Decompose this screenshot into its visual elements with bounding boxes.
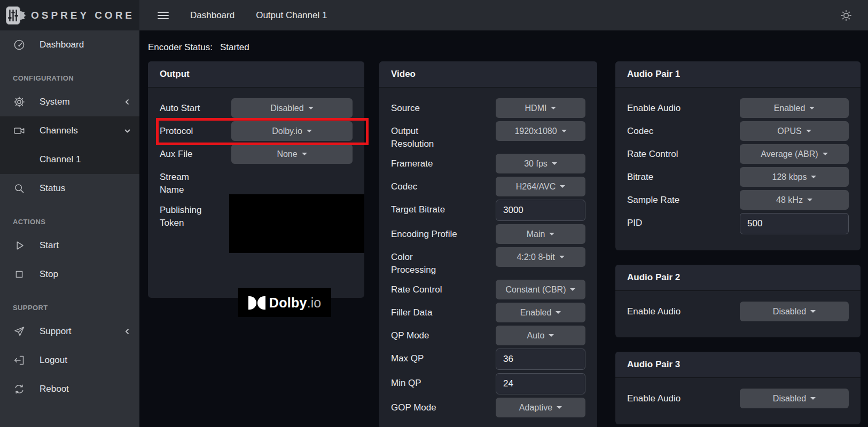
sidebar-item-channels[interactable]: Channels xyxy=(0,116,139,145)
sidebar-item-logout[interactable]: Logout xyxy=(0,346,139,375)
chevron-down-icon xyxy=(570,288,575,291)
sidebar-item-status[interactable]: Status xyxy=(0,174,139,203)
audio-bitrate-select[interactable]: 128 kbps xyxy=(740,167,849,187)
encoder-status-value: Started xyxy=(220,42,249,52)
sidebar-item-channel-1[interactable]: Channel 1 xyxy=(0,145,139,174)
field-label: GOP Mode xyxy=(391,398,496,417)
field-label: Rate Control xyxy=(627,144,740,164)
row-audio-rate-control: Rate Control Average (ABR) xyxy=(627,144,849,164)
main-content: Encoder Status:Started Output Auto Start… xyxy=(139,30,868,427)
chevron-down-icon xyxy=(308,107,314,109)
qp-mode-select[interactable]: Auto xyxy=(496,326,585,345)
enable-audio-select[interactable]: Disabled xyxy=(740,389,849,408)
card-title: Audio Pair 2 xyxy=(627,272,680,282)
row-auto-start: Auto Start Disabled xyxy=(160,98,353,118)
reboot-arrows-icon xyxy=(13,383,26,396)
enable-audio-select[interactable]: Disabled xyxy=(740,302,849,321)
sidebar-item-label: Reboot xyxy=(40,384,69,394)
select-value: OPUS xyxy=(777,126,801,136)
field-label: Enable Audio xyxy=(627,389,740,408)
field-label: Enable Audio xyxy=(627,302,740,321)
field-label: Encoding Profile xyxy=(391,224,496,244)
row-enable-audio: Enable Audio Enabled xyxy=(627,98,849,118)
sidebar-item-label: System xyxy=(40,97,70,107)
select-value: Disabled xyxy=(773,307,806,317)
codec-select[interactable]: H264/AVC xyxy=(496,177,585,196)
auto-start-select[interactable]: Disabled xyxy=(231,98,353,118)
audio-pair-2-header: Audio Pair 2 xyxy=(615,265,861,291)
video-card-header: Video xyxy=(379,61,597,88)
chevron-down-icon xyxy=(302,153,307,155)
gop-mode-select[interactable]: Adaptive xyxy=(496,398,585,417)
chevron-down-icon xyxy=(551,107,556,109)
field-label: Color Processing xyxy=(391,247,496,276)
brand: OSPREY CORE xyxy=(0,0,139,30)
row-min-qp: Min QP xyxy=(391,373,585,394)
card-title: Audio Pair 1 xyxy=(627,69,680,79)
audio-rate-control-select[interactable]: Average (ABR) xyxy=(740,144,849,164)
sidebar-section-actions: ACTIONS xyxy=(13,218,127,226)
sidebar-item-label: Logout xyxy=(40,355,67,366)
protocol-select[interactable]: Dolby.io xyxy=(231,121,353,141)
sidebar-item-dashboard[interactable]: Dashboard xyxy=(0,30,139,59)
max-qp-input[interactable] xyxy=(496,349,585,370)
row-encoding-profile: Encoding Profile Main xyxy=(391,224,585,244)
audio-pair-1-card: Audio Pair 1 Enable Audio Enabled Codec … xyxy=(615,61,861,250)
sidebar-item-reboot[interactable]: Reboot xyxy=(0,375,139,404)
rate-control-select[interactable]: Constant (CBR) xyxy=(496,280,585,299)
field-label: Source xyxy=(391,98,496,118)
topbar: OSPREY CORE Dashboard Output Channel 1 xyxy=(0,0,868,30)
dashboard-gauge-icon xyxy=(13,38,26,51)
row-qp-mode: QP Mode Auto xyxy=(391,326,585,345)
row-source: Source HDMI xyxy=(391,98,585,118)
select-value: 128 kbps xyxy=(772,172,807,182)
field-label: QP Mode xyxy=(391,326,496,345)
gear-icon xyxy=(13,96,26,108)
output-card-header: Output xyxy=(148,61,364,88)
chevron-down-icon xyxy=(559,256,565,258)
filler-data-select[interactable]: Enabled xyxy=(496,303,585,322)
target-bitrate-input[interactable] xyxy=(496,200,585,221)
chevron-down-icon xyxy=(561,130,567,132)
menu-toggle-icon[interactable] xyxy=(158,12,169,19)
framerate-select[interactable]: 30 fps xyxy=(496,154,585,173)
sidebar-item-support[interactable]: Support xyxy=(0,317,139,346)
logout-icon xyxy=(13,354,26,367)
field-label: Protocol xyxy=(160,121,231,141)
encoding-profile-select[interactable]: Main xyxy=(496,224,585,244)
select-value: Main xyxy=(527,230,545,239)
pid-input[interactable] xyxy=(740,213,849,234)
chevron-down-icon xyxy=(549,233,554,235)
chevron-left-icon xyxy=(123,98,131,106)
color-processing-select[interactable]: 4:2:0 8-bit xyxy=(496,247,585,267)
sidebar-item-start[interactable]: Start xyxy=(0,231,139,260)
source-select[interactable]: HDMI xyxy=(496,98,585,118)
row-protocol: Protocol Dolby.io xyxy=(160,121,353,141)
field-label: Bitrate xyxy=(627,167,740,187)
row-target-bitrate: Target Bitrate xyxy=(391,200,585,221)
sample-rate-select[interactable]: 48 kHz xyxy=(740,190,849,210)
output-resolution-select[interactable]: 1920x1080 xyxy=(496,121,585,141)
theme-toggle-sun-icon[interactable] xyxy=(840,10,852,21)
row-enable-audio: Enable Audio Disabled xyxy=(627,302,849,321)
enable-audio-select[interactable]: Enabled xyxy=(740,98,849,118)
sidebar-section-support: SUPPORT xyxy=(13,304,127,312)
select-value: Auto xyxy=(527,331,545,341)
sidebar-item-label: Channel 1 xyxy=(40,154,81,165)
topnav-dashboard[interactable]: Dashboard xyxy=(190,10,234,21)
min-qp-input[interactable] xyxy=(496,373,585,394)
brand-name: OSPREY CORE xyxy=(31,10,135,21)
sidebar-item-stop[interactable]: Stop xyxy=(0,260,139,289)
osprey-logo-icon xyxy=(5,5,27,26)
select-value: HDMI xyxy=(525,104,547,113)
aux-file-select[interactable]: None xyxy=(231,144,353,164)
channels-group: Channels Channel 1 xyxy=(0,116,139,174)
select-value: Disabled xyxy=(270,104,303,113)
chevron-left-icon xyxy=(123,328,131,335)
topnav-output-channel-1[interactable]: Output Channel 1 xyxy=(256,10,327,21)
audio-codec-select[interactable]: OPUS xyxy=(740,121,849,141)
chevron-down-icon xyxy=(810,397,816,400)
chevron-down-icon xyxy=(557,406,562,409)
select-value: Constant (CBR) xyxy=(506,285,566,295)
sidebar-item-system[interactable]: System xyxy=(0,88,139,116)
